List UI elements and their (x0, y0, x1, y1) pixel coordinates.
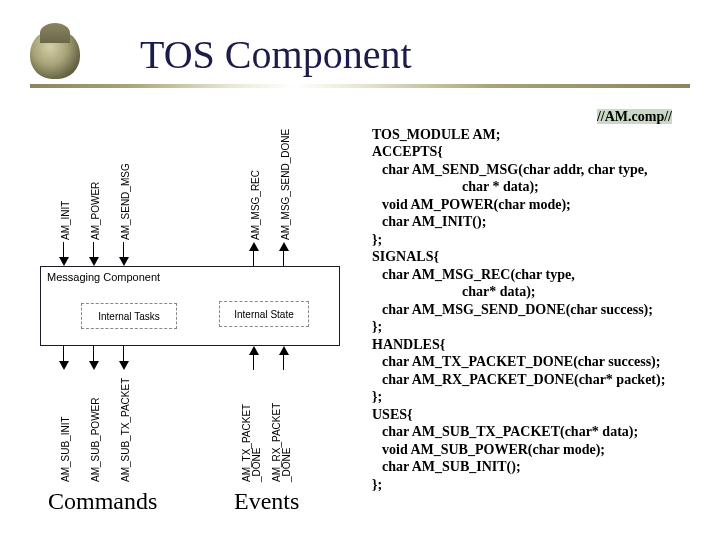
top-evt-label-0: AM_MSG_REC (250, 130, 261, 240)
code-line: char AM_SEND_MSG(char addr, char type, (372, 161, 712, 179)
code-line: HANDLES{ (372, 336, 712, 354)
helmet-icon (30, 29, 80, 79)
bot-evt-label-1: AM_RX_PACKET _DONE (272, 372, 292, 482)
arrow-up-icon (248, 242, 259, 266)
bot-cmd-label-1: AM_SUB_POWER (90, 372, 101, 482)
bot-cmd-label-2: AM_SUB_TX_PACKET (120, 372, 131, 482)
code-line: ACCEPTS{ (372, 143, 712, 161)
code-line: TOS_MODULE AM; (372, 126, 712, 144)
top-cmd-label-0: AM_INIT (60, 130, 71, 240)
code-line: char AM_TX_PACKET_DONE(char success); (372, 353, 712, 371)
arrow-down-icon (118, 346, 129, 370)
arrow-down-icon (58, 346, 69, 370)
arrow-down-icon (118, 242, 129, 266)
code-panel: //AM.comp// TOS_MODULE AM; ACCEPTS{ char… (372, 108, 712, 493)
code-line: char AM_SUB_INIT(); (372, 458, 712, 476)
code-line: USES{ (372, 406, 712, 424)
component-diagram: AM_INIT AM_POWER AM_SEND_MSG AM_MSG_REC … (30, 130, 365, 525)
code-line: SIGNALS{ (372, 248, 712, 266)
code-line: char AM_SUB_TX_PACKET(char* data); (372, 423, 712, 441)
code-line: }; (372, 318, 712, 336)
code-line: char* data); (372, 283, 712, 301)
top-cmd-label-1: AM_POWER (90, 130, 101, 240)
code-line: }; (372, 388, 712, 406)
code-line: }; (372, 231, 712, 249)
code-line: char AM_MSG_REC(char type, (372, 266, 712, 284)
code-line: char * data); (372, 178, 712, 196)
arrow-up-icon (278, 346, 289, 370)
commands-label: Commands (48, 488, 157, 515)
bot-evt-label-0: AM_TX_PACKET _DONE (242, 372, 262, 482)
arrow-up-icon (248, 346, 259, 370)
top-evt-label-1: AM_MSG_SEND_DONE (280, 130, 291, 240)
arrow-down-icon (88, 242, 99, 266)
component-box: Messaging Component Internal Tasks Inter… (40, 266, 340, 346)
component-title: Messaging Component (47, 271, 160, 283)
arrow-down-icon (58, 242, 69, 266)
bot-cmd-label-0: AM_SUB_INIT (60, 372, 71, 482)
top-cmd-label-2: AM_SEND_MSG (120, 130, 131, 240)
page-title: TOS Component (140, 31, 412, 78)
code-line: char AM_MSG_SEND_DONE(char success); (372, 301, 712, 319)
code-line: }; (372, 476, 712, 494)
arrow-down-icon (88, 346, 99, 370)
code-line: void AM_SUB_POWER(char mode); (372, 441, 712, 459)
code-line: void AM_POWER(char mode); (372, 196, 712, 214)
title-underline (30, 84, 690, 88)
events-label: Events (234, 488, 299, 515)
arrow-up-icon (278, 242, 289, 266)
code-line: char AM_INIT(); (372, 213, 712, 231)
title-bar: TOS Component (30, 24, 690, 84)
code-line: //AM.comp// (372, 108, 712, 126)
code-line: char AM_RX_PACKET_DONE(char* packet); (372, 371, 712, 389)
internal-state-box: Internal State (219, 301, 309, 327)
internal-tasks-box: Internal Tasks (81, 303, 177, 329)
